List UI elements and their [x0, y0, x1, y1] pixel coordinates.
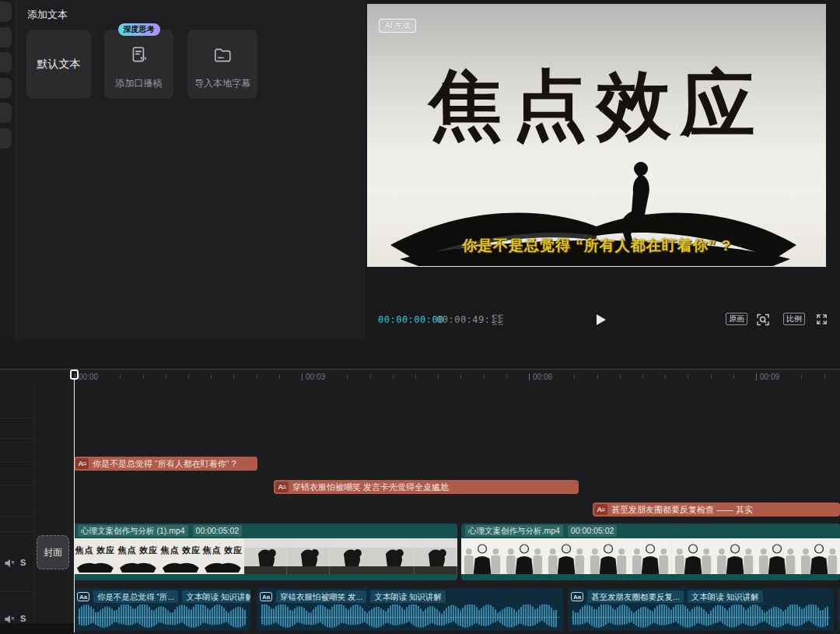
- video-clip-name: 心理文案创作与分析 (1).mp4: [78, 525, 188, 537]
- text-clip-icon: A≡: [75, 458, 89, 469]
- ruler-tick-minor: [188, 375, 189, 379]
- text-clip[interactable]: A≡ 穿错衣服怕被嘲笑 发言卡壳觉得全桌尴尬: [274, 480, 579, 494]
- ruler-tick-minor: [824, 375, 825, 379]
- cover-button[interactable]: 封面: [37, 535, 69, 569]
- ruler-tick-minor: [801, 375, 802, 379]
- ruler-tick-major: [302, 373, 303, 380]
- ruler-tick-minor: [166, 375, 166, 379]
- sidebar-collapsed-item[interactable]: [0, 2, 12, 22]
- timeline-ruler[interactable]: 00:0000:0300:0600:09: [0, 370, 840, 384]
- ruler-tick-major: [529, 373, 530, 380]
- sidebar-collapsed-item[interactable]: [0, 52, 12, 72]
- default-text-card[interactable]: 默认文本: [26, 30, 91, 99]
- ai-generated-badge: AI 生成: [379, 19, 416, 33]
- audio-clip[interactable]: Aa甚至发朋友圈都要反复... 文本朗读 知识讲解: [568, 588, 834, 631]
- add-voiceover-script-card[interactable]: 深度思考 添加口播稿: [104, 30, 173, 99]
- panel-title: 添加文本: [27, 8, 68, 22]
- ruler-tick-minor: [393, 375, 394, 379]
- zoom-preview-icon[interactable]: [756, 313, 770, 330]
- text-clip-label: 甚至发朋友圈都要反复检查 —— 其实: [611, 504, 753, 516]
- playhead-line[interactable]: [74, 378, 75, 632]
- video-clip-titlebar: 心理文案创作与分析 (1).mp4 00:00:05:02: [74, 524, 457, 538]
- preview-player: AI 生成 焦点效应 你是不是总觉得 “所有人都在盯着你” ? 00:00:00…: [366, 0, 840, 340]
- audio-clip-labelbar: Aa穿错衣服怕被嘲笑 发... 文本朗读 知识讲解: [260, 590, 560, 603]
- header-bottom-gap: [0, 623, 74, 634]
- audio-clip-text: 穿错衣服怕被嘲笑 发...: [276, 590, 366, 603]
- video-clip-name: 心理文案创作与分析.mp4: [465, 525, 563, 537]
- video-clip-titlebar: 心理文案创作与分析.mp4 00:00:05:02: [461, 524, 840, 538]
- audio-clip[interactable]: Aa你是不是总觉得 “所... 文本朗读 知识讲解: [74, 588, 250, 631]
- video-clip[interactable]: 心理文案创作与分析 (1).mp4 00:00:05:02 焦点 效应 焦点 效…: [74, 524, 457, 580]
- ruler-tick-minor: [143, 375, 144, 379]
- ruler-tick-minor: [733, 375, 734, 379]
- fullscreen-icon[interactable]: [815, 313, 828, 329]
- ruler-tick-minor: [711, 375, 712, 379]
- ruler-label: 00:00: [79, 373, 98, 381]
- ruler-label: 00:09: [760, 373, 779, 381]
- ruler-tick-minor: [211, 375, 212, 379]
- solo-track-button[interactable]: S: [20, 558, 26, 567]
- svg-text:焦点 效应: 焦点 效应: [202, 545, 243, 555]
- default-text-label: 默认文本: [26, 30, 91, 99]
- original-quality-button[interactable]: 原画: [726, 313, 747, 325]
- sidebar-collapsed-item[interactable]: [0, 27, 12, 47]
- render-quality-lines-icon[interactable]: [492, 313, 505, 326]
- ruler-tick-major: [756, 373, 757, 380]
- ruler-tick-minor: [120, 375, 121, 379]
- svg-text:焦点 效应: 焦点 效应: [117, 545, 157, 555]
- video-thumbnails: [461, 538, 840, 574]
- ruler-tick-minor: [620, 375, 621, 379]
- video-clip-duration: 00:00:05:02: [193, 525, 242, 537]
- playhead-handle[interactable]: [70, 370, 79, 380]
- ruler-tick-minor: [779, 375, 779, 379]
- tts-audio-icon: Aa: [260, 592, 272, 601]
- track-header-column: S S: [0, 384, 33, 619]
- sidebar-collapsed-item[interactable]: [0, 78, 12, 98]
- ruler-tick-minor: [370, 375, 371, 379]
- track-row-divider: [0, 438, 33, 439]
- text-clip-icon: A≡: [594, 504, 607, 515]
- track-row-divider: [0, 591, 33, 592]
- track-row-divider: [0, 485, 33, 485]
- folder-icon: [212, 45, 233, 68]
- audio-waveform: [260, 604, 560, 631]
- import-local-subtitles-card[interactable]: 导入本地字幕: [187, 30, 257, 99]
- ruler-tick-minor: [257, 375, 257, 379]
- text-clip-icon: A≡: [275, 482, 289, 492]
- text-clip-label: 穿错衣服怕被嘲笑 发言卡壳觉得全桌尴尬: [292, 482, 449, 493]
- ruler-tick-minor: [438, 375, 439, 379]
- text-clip[interactable]: A≡ 你是不是总觉得 “所有人都在盯着你” ?: [74, 457, 257, 471]
- deep-think-badge: 深度思考: [118, 23, 160, 36]
- ruler-tick-minor: [484, 375, 485, 379]
- video-clip[interactable]: 心理文案创作与分析.mp4 00:00:05:02: [461, 524, 840, 580]
- ruler-tick-minor: [665, 375, 666, 379]
- track-row-divider: [0, 418, 33, 419]
- left-rail: [0, 0, 16, 340]
- add-voiceover-script-label: 添加口播稿: [104, 77, 173, 90]
- sidebar-collapsed-item[interactable]: [0, 103, 12, 123]
- solo-track-button[interactable]: S: [20, 614, 26, 623]
- ruler-tick-minor: [279, 375, 280, 379]
- video-subtitle-text: 你是不是总觉得 “所有人都在盯着你” ?: [367, 236, 826, 256]
- video-clip-duration: 00:00:05:02: [568, 525, 617, 537]
- ruler-label: 00:03: [306, 373, 325, 381]
- audio-clip[interactable]: Aa穿错衣服怕被嘲笑 发... 文本朗读 知识讲解: [257, 588, 563, 631]
- text-clip[interactable]: A≡ 甚至发朋友圈都要反复检查 —— 其实: [593, 503, 840, 517]
- ruler-tick-minor: [347, 375, 348, 379]
- doc-speech-icon: [129, 45, 149, 68]
- ruler-tick-minor: [324, 375, 325, 379]
- ruler-label: 00:06: [533, 373, 552, 381]
- header-divider: [33, 384, 34, 619]
- mute-track-icon[interactable]: [4, 558, 15, 572]
- ruler-tick-minor: [506, 375, 507, 379]
- audio-clip-tags: 文本朗读 知识讲解: [688, 590, 763, 603]
- ratio-button[interactable]: 比例: [783, 313, 805, 325]
- audio-clip-text: 你是不是总觉得 “所...: [93, 590, 178, 603]
- audio-clip-text: 甚至发朋友圈都要反复...: [587, 590, 684, 603]
- import-local-subtitles-label: 导入本地字幕: [187, 77, 257, 90]
- ruler-tick-minor: [597, 375, 598, 379]
- sidebar-collapsed-item[interactable]: [0, 128, 12, 149]
- play-button[interactable]: [596, 313, 607, 326]
- video-editor-window: 添加文本 默认文本 深度思考 添加口播稿: [0, 0, 840, 634]
- audio-clip-labelbar: Aa甚至发朋友圈都要反复... 文本朗读 知识讲解: [571, 590, 831, 603]
